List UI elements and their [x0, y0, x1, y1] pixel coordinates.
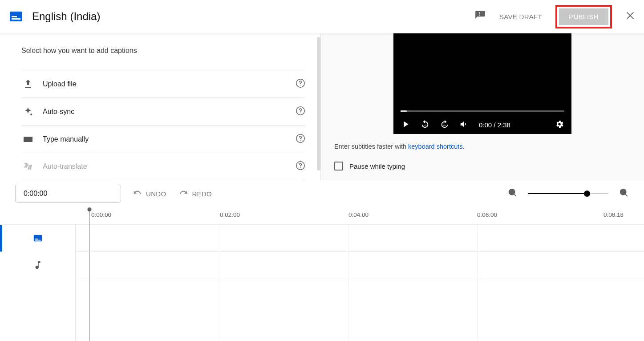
option-type-manually[interactable]: Type manually	[21, 125, 305, 153]
svg-rect-13	[35, 239, 38, 240]
pause-while-typing-label: Pause while typing	[349, 162, 405, 170]
language-title: English (India)	[32, 10, 100, 23]
option-label: Auto-translate	[43, 162, 296, 170]
track-row-audio[interactable]	[76, 252, 644, 278]
volume-icon[interactable]	[459, 119, 469, 130]
close-button[interactable]	[625, 11, 635, 22]
select-caption-heading: Select how you want to add captions	[21, 47, 305, 55]
svg-point-9	[300, 167, 300, 168]
hint-prefix: Enter subtitles faster with	[334, 143, 408, 150]
keyboard-icon	[21, 134, 35, 145]
header-left: English (India)	[10, 10, 100, 23]
help-icon[interactable]	[296, 161, 305, 172]
help-icon[interactable]	[296, 134, 305, 145]
help-icon[interactable]	[296, 106, 305, 118]
settings-gear-icon[interactable]	[555, 119, 564, 130]
video-player[interactable]: 10 10 0:00 / 2:38	[393, 33, 571, 134]
zoom-in-icon[interactable]	[619, 188, 629, 199]
svg-text:10: 10	[423, 124, 426, 127]
track-body[interactable]	[76, 225, 644, 341]
timeline-controls: UNDO REDO	[0, 180, 644, 207]
svg-text:10: 10	[443, 124, 446, 127]
timeline-tick: 0:00:00	[91, 211, 111, 218]
upload-icon	[21, 79, 35, 89]
sparkle-icon	[21, 106, 35, 117]
video-progress-fill	[401, 110, 407, 112]
forward-10-icon[interactable]: 10	[440, 119, 450, 130]
save-draft-button[interactable]: SAVE DRAFT	[499, 13, 542, 20]
caption-method-panel: Select how you want to add captions Uplo…	[0, 33, 320, 180]
timeline-tick: 0:06:00	[477, 211, 497, 218]
help-icon[interactable]	[296, 78, 305, 90]
undo-label: UNDO	[146, 190, 166, 198]
translate-icon	[21, 161, 35, 172]
undo-button[interactable]: UNDO	[133, 189, 166, 199]
keyboard-shortcuts-link[interactable]: keyboard shortcuts	[408, 143, 463, 150]
editor-header: English (India) SAVE DRAFT PUBLISH	[0, 0, 644, 33]
option-label: Auto-sync	[43, 108, 296, 116]
publish-highlight: PUBLISH	[555, 5, 612, 28]
header-right: SAVE DRAFT PUBLISH	[474, 5, 635, 28]
timecode-input[interactable]	[15, 185, 121, 203]
zoom-out-icon[interactable]	[508, 188, 518, 199]
timeline-tick: 0:02:00	[220, 211, 240, 218]
redo-button[interactable]: REDO	[178, 189, 212, 199]
preview-panel: 10 10 0:00 / 2:38 Enter subtitles faster…	[320, 33, 644, 180]
track-tab-subtitles[interactable]	[0, 225, 75, 252]
zoom-slider[interactable]	[528, 193, 608, 194]
svg-point-5	[300, 112, 300, 113]
timeline-tick: 0:04:00	[348, 211, 369, 218]
svg-point-7	[300, 140, 300, 140]
option-auto-translate: Auto-translate	[21, 153, 305, 180]
track-row-subtitles[interactable]	[76, 225, 644, 252]
timeline-tracks	[0, 225, 644, 341]
zoom-controls	[508, 188, 629, 199]
timeline-tick: 0:08:18	[603, 211, 624, 218]
rewind-10-icon[interactable]: 10	[420, 119, 430, 130]
video-time: 0:00 / 2:38	[479, 121, 510, 129]
subtitles-icon	[10, 12, 22, 21]
video-progress[interactable]	[401, 110, 564, 112]
zoom-slider-handle[interactable]	[584, 191, 590, 197]
keyboard-hint: Enter subtitles faster with keyboard sho…	[334, 143, 631, 150]
publish-button[interactable]: PUBLISH	[559, 8, 608, 25]
redo-label: REDO	[192, 190, 212, 198]
play-icon[interactable]	[401, 119, 410, 130]
timeline-ruler[interactable]: 0:00:000:02:000:04:000:06:000:08:18	[0, 207, 644, 225]
undo-redo-group: UNDO REDO	[133, 189, 212, 199]
pause-while-typing-row: Pause while typing	[334, 162, 631, 170]
hint-suffix: .	[463, 143, 465, 150]
option-label: Upload file	[43, 80, 296, 88]
editor-body: Select how you want to add captions Uplo…	[0, 33, 644, 180]
option-label: Type manually	[43, 135, 296, 143]
svg-rect-14	[35, 240, 41, 241]
caption-method-list: Upload file Auto-sync Type manually	[21, 70, 305, 180]
scrollbar[interactable]	[317, 37, 320, 170]
track-tab-audio[interactable]	[0, 252, 75, 278]
option-auto-sync[interactable]: Auto-sync	[21, 97, 305, 125]
track-sidebar	[0, 225, 76, 341]
pause-while-typing-checkbox[interactable]	[334, 162, 343, 170]
svg-point-3	[300, 85, 300, 85]
video-controls: 10 10 0:00 / 2:38	[393, 119, 571, 130]
option-upload-file[interactable]: Upload file	[21, 70, 305, 97]
feedback-icon[interactable]	[474, 10, 486, 23]
